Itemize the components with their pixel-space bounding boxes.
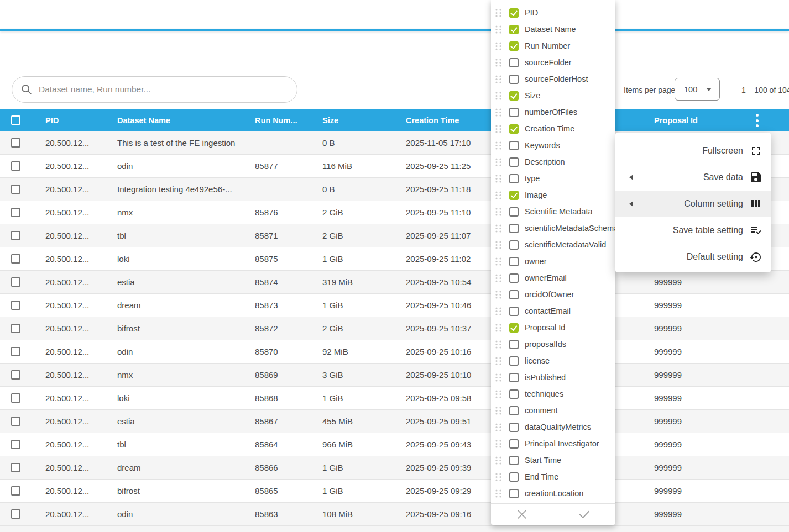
table-row[interactable]: 20.500.12... dream 85866 1 GiB 2025-09-2… bbox=[0, 456, 789, 480]
drag-handle-icon[interactable] bbox=[495, 257, 502, 266]
column-setting-item[interactable]: Image bbox=[491, 187, 615, 203]
drag-handle-icon[interactable] bbox=[495, 406, 502, 415]
drag-handle-icon[interactable] bbox=[495, 207, 502, 217]
column-checkbox[interactable] bbox=[509, 141, 519, 150]
column-checkbox[interactable] bbox=[509, 340, 519, 349]
table-row[interactable]: 20.500.12... estia 85874 319 MiB 2025-09… bbox=[0, 271, 789, 294]
drag-handle-icon[interactable] bbox=[495, 439, 502, 449]
row-checkbox[interactable] bbox=[11, 393, 20, 403]
table-row[interactable]: 20.500.12... odin 85863 108 MiB 2025-09-… bbox=[0, 503, 789, 526]
column-checkbox[interactable] bbox=[509, 423, 519, 432]
column-checkbox[interactable] bbox=[509, 124, 519, 134]
column-setting-item[interactable]: Principal Investigator bbox=[491, 435, 615, 452]
drag-handle-icon[interactable] bbox=[495, 25, 502, 34]
row-checkbox[interactable] bbox=[11, 185, 20, 194]
table-row[interactable]: 20.500.12... odin 85870 92 MiB 2025-09-2… bbox=[0, 340, 789, 364]
menu-item-fullscreen[interactable]: Fullscreen bbox=[615, 138, 771, 164]
column-checkbox[interactable] bbox=[509, 41, 519, 51]
column-checkbox[interactable] bbox=[509, 489, 519, 498]
column-checkbox[interactable] bbox=[509, 439, 519, 449]
drag-handle-icon[interactable] bbox=[495, 157, 502, 167]
drag-handle-icon[interactable] bbox=[495, 340, 502, 349]
drag-handle-icon[interactable] bbox=[495, 323, 502, 333]
kebab-menu-icon[interactable] bbox=[750, 113, 764, 128]
column-setting-item[interactable]: Description bbox=[491, 154, 615, 170]
header-pid[interactable]: PID bbox=[40, 116, 112, 125]
column-checkbox[interactable] bbox=[509, 207, 519, 217]
table-row[interactable]: 20.500.12... nmx 85869 3 GiB 2025-09-25 … bbox=[0, 364, 789, 387]
row-checkbox[interactable] bbox=[11, 277, 20, 287]
row-checkbox[interactable] bbox=[11, 231, 20, 240]
drag-handle-icon[interactable] bbox=[495, 8, 502, 18]
search-input[interactable] bbox=[38, 84, 288, 95]
drag-handle-icon[interactable] bbox=[495, 489, 502, 498]
column-checkbox[interactable] bbox=[509, 157, 519, 167]
column-checkbox[interactable] bbox=[509, 75, 519, 84]
header-dataset-name[interactable]: Dataset Name bbox=[112, 116, 249, 125]
column-setting-item[interactable]: type bbox=[491, 170, 615, 187]
dataset-search-box[interactable] bbox=[12, 76, 297, 103]
header-run-number[interactable]: Run Num... bbox=[249, 116, 317, 125]
column-setting-item[interactable]: sourceFolderHost bbox=[491, 71, 615, 87]
row-checkbox[interactable] bbox=[11, 138, 20, 148]
column-checkbox[interactable] bbox=[509, 456, 519, 465]
column-setting-item[interactable]: Start Time bbox=[491, 452, 615, 468]
column-checkbox[interactable] bbox=[509, 174, 519, 183]
drag-handle-icon[interactable] bbox=[495, 472, 502, 482]
column-checkbox[interactable] bbox=[509, 58, 519, 67]
drag-handle-icon[interactable] bbox=[495, 273, 502, 283]
table-row[interactable]: 20.500.12... dream 85873 1 GiB 2025-09-2… bbox=[0, 294, 789, 317]
column-checkbox[interactable] bbox=[509, 389, 519, 399]
column-checkbox[interactable] bbox=[509, 406, 519, 415]
table-row[interactable]: 20.500.12... estia 85867 455 MiB 2025-09… bbox=[0, 410, 789, 433]
drag-handle-icon[interactable] bbox=[495, 307, 502, 316]
row-checkbox[interactable] bbox=[11, 370, 20, 380]
column-setting-item[interactable]: Keywords bbox=[491, 137, 615, 154]
drag-handle-icon[interactable] bbox=[495, 224, 502, 233]
column-setting-item[interactable]: Dataset Name bbox=[491, 21, 615, 38]
column-setting-item[interactable]: Proposal Id bbox=[491, 319, 615, 336]
select-all-checkbox[interactable] bbox=[11, 115, 20, 125]
column-checkbox[interactable] bbox=[509, 240, 519, 250]
row-checkbox[interactable] bbox=[11, 301, 20, 310]
row-checkbox[interactable] bbox=[11, 208, 20, 217]
cancel-button[interactable] bbox=[515, 507, 529, 522]
column-setting-item[interactable]: Creation Time bbox=[491, 120, 615, 137]
menu-item-default-setting[interactable]: Default setting bbox=[615, 244, 771, 270]
drag-handle-icon[interactable] bbox=[495, 108, 502, 117]
column-setting-item[interactable]: End Time bbox=[491, 468, 615, 485]
column-setting-item[interactable]: owner bbox=[491, 253, 615, 270]
column-checkbox[interactable] bbox=[509, 191, 519, 200]
column-checkbox[interactable] bbox=[509, 257, 519, 266]
column-setting-item[interactable]: scientificMetadataSchema bbox=[491, 220, 615, 236]
drag-handle-icon[interactable] bbox=[495, 290, 502, 299]
column-setting-item[interactable]: sourceFolder bbox=[491, 54, 615, 71]
drag-handle-icon[interactable] bbox=[495, 456, 502, 465]
column-setting-item[interactable]: creationLocation bbox=[491, 485, 615, 502]
column-setting-item[interactable]: Size bbox=[491, 87, 615, 104]
drag-handle-icon[interactable] bbox=[495, 389, 502, 399]
column-checkbox[interactable] bbox=[509, 108, 519, 117]
row-checkbox[interactable] bbox=[11, 324, 20, 333]
row-checkbox[interactable] bbox=[11, 417, 20, 426]
column-checkbox[interactable] bbox=[509, 356, 519, 366]
drag-handle-icon[interactable] bbox=[495, 41, 502, 51]
drag-handle-icon[interactable] bbox=[495, 58, 502, 67]
column-setting-item[interactable]: dataQualityMetrics bbox=[491, 419, 615, 435]
row-checkbox[interactable] bbox=[11, 347, 20, 356]
column-checkbox[interactable] bbox=[509, 323, 519, 333]
drag-handle-icon[interactable] bbox=[495, 124, 502, 134]
column-setting-item[interactable]: Run Number bbox=[491, 38, 615, 54]
column-setting-item[interactable]: license bbox=[491, 352, 615, 369]
items-per-page-select[interactable]: 100 bbox=[675, 78, 720, 101]
menu-item-save-table-setting[interactable]: Save table setting bbox=[615, 217, 771, 244]
drag-handle-icon[interactable] bbox=[495, 174, 502, 183]
column-setting-item[interactable]: proposalIds bbox=[491, 336, 615, 352]
column-checkbox[interactable] bbox=[509, 8, 519, 18]
drag-handle-icon[interactable] bbox=[495, 373, 502, 382]
menu-item-column-setting[interactable]: Column setting bbox=[615, 191, 771, 217]
apply-button[interactable] bbox=[577, 507, 592, 522]
drag-handle-icon[interactable] bbox=[495, 356, 502, 366]
table-row[interactable]: 20.500.12... bifrost 85872 2 GiB 2025-09… bbox=[0, 317, 789, 340]
column-setting-item[interactable]: techniques bbox=[491, 386, 615, 402]
